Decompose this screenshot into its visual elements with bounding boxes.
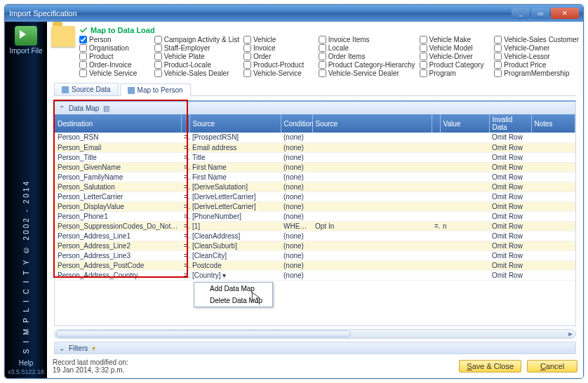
- checkbox-input[interactable]: [494, 69, 502, 77]
- cell[interactable]: [440, 270, 489, 280]
- cell[interactable]: Omit Row: [489, 231, 531, 241]
- cell[interactable]: Person_Address_Line1: [55, 231, 181, 241]
- cell[interactable]: Omit Row: [489, 162, 531, 172]
- datatype-checkbox-organisation[interactable]: Organisation: [79, 44, 150, 52]
- panel-collapse-icon[interactable]: ⌃: [59, 105, 65, 112]
- cell[interactable]: [531, 152, 575, 162]
- cell[interactable]: [440, 182, 489, 192]
- cell[interactable]: Person_LetterCarrier: [55, 192, 181, 201]
- datatype-checkbox-staff-employer[interactable]: Staff-Employer: [154, 44, 239, 52]
- cell[interactable]: [440, 241, 489, 250]
- cell[interactable]: (none): [281, 241, 312, 250]
- datatype-checkbox-product-price[interactable]: Product Price: [494, 61, 579, 69]
- cell[interactable]: Person_RSN: [55, 133, 181, 142]
- col-source[interactable]: Source: [189, 114, 281, 133]
- datatype-checkbox-vehicle-sales-dealer[interactable]: Vehicle-Sales Dealer: [154, 69, 239, 77]
- col-value[interactable]: Value: [440, 114, 489, 133]
- datatype-checkbox-vehicle-plate[interactable]: Vehicle Plate: [154, 53, 239, 60]
- col-op5[interactable]: [432, 114, 440, 133]
- window-close-button[interactable]: ✕: [551, 8, 579, 19]
- col-condition[interactable]: Condition: [281, 114, 312, 133]
- datatype-checkbox-campaign-activity-list[interactable]: Campaign Activity & List: [154, 36, 239, 43]
- cell[interactable]: Omit Row: [489, 211, 531, 221]
- table-row[interactable]: Person_GivenName=First Name(none)Omit Ro…: [55, 162, 575, 172]
- cell[interactable]: [531, 241, 575, 250]
- cell[interactable]: [312, 142, 432, 152]
- cell[interactable]: Person_SuppressionCodes_Do_Not_Contact: [55, 221, 181, 231]
- table-row[interactable]: Person_Address_Line2=[CleanSuburb](none)…: [55, 241, 575, 250]
- table-row[interactable]: Person_Address_Country=[Country] ▾(none)…: [55, 270, 575, 280]
- table-row[interactable]: Person_Salutation=[DeriveSalutation](non…: [55, 182, 575, 192]
- cell[interactable]: Email address: [189, 142, 281, 152]
- cell[interactable]: [CleanAddress]: [189, 231, 281, 241]
- checkbox-input[interactable]: [154, 44, 162, 52]
- cell[interactable]: [312, 260, 432, 270]
- checkbox-input[interactable]: [494, 44, 502, 52]
- datatype-checkbox-vehicle-lessor[interactable]: Vehicle-Lessor: [494, 53, 579, 60]
- datatype-checkbox-program[interactable]: Program: [420, 69, 490, 77]
- checkbox-input[interactable]: [154, 69, 162, 77]
- cell[interactable]: [432, 182, 440, 192]
- cell[interactable]: (none): [281, 260, 312, 270]
- checkbox-input[interactable]: [79, 69, 87, 77]
- cell[interactable]: [312, 241, 432, 250]
- window-maximize-button[interactable]: ▭: [531, 8, 549, 19]
- col-destination[interactable]: Destination: [55, 114, 181, 133]
- cell[interactable]: [531, 133, 575, 142]
- table-row[interactable]: Person_RSN=[ProspectRSN](none)Omit Row: [55, 133, 575, 142]
- checkbox-input[interactable]: [420, 36, 427, 43]
- cell[interactable]: Title: [189, 152, 281, 162]
- cell[interactable]: [440, 260, 489, 270]
- datatype-checkbox-vehicle-sales-customer[interactable]: Vehicle-Sales Customer: [494, 36, 579, 43]
- checkbox-input[interactable]: [420, 69, 427, 77]
- cell[interactable]: [531, 182, 575, 192]
- table-row[interactable]: Person_Email=Email address(none)Omit Row: [55, 142, 575, 152]
- cell[interactable]: Omit Row: [489, 241, 531, 250]
- cell[interactable]: (none): [281, 133, 312, 142]
- col-notes[interactable]: Notes: [531, 114, 575, 133]
- col-invalid-data[interactable]: Invalid Data: [489, 114, 531, 133]
- cell[interactable]: [312, 133, 432, 142]
- cell[interactable]: [531, 250, 575, 260]
- cell[interactable]: Omit Row: [489, 201, 531, 211]
- filters-bar[interactable]: ⌄ Filters ▾: [54, 342, 576, 354]
- cell[interactable]: =: [181, 152, 189, 162]
- cell[interactable]: Person_Address_PostCode: [55, 260, 181, 270]
- cell[interactable]: Omit Row: [489, 260, 531, 270]
- checkbox-input[interactable]: [243, 44, 251, 52]
- datatype-checkbox-vehicle-service[interactable]: Vehicle Service: [79, 69, 150, 77]
- checkbox-input[interactable]: [79, 61, 87, 69]
- filters-expand-icon[interactable]: ⌄: [59, 344, 65, 352]
- checkbox-input[interactable]: [243, 53, 251, 60]
- cell[interactable]: Omit Row: [489, 133, 531, 142]
- cell[interactable]: [ProspectRSN]: [189, 133, 281, 142]
- cell[interactable]: [440, 133, 489, 142]
- cell[interactable]: Omit Row: [489, 221, 531, 231]
- cell[interactable]: (none): [281, 250, 312, 260]
- cell[interactable]: [312, 231, 432, 241]
- checkbox-input[interactable]: [319, 44, 326, 52]
- cell[interactable]: (none): [281, 231, 312, 241]
- cell[interactable]: =: [181, 221, 189, 231]
- cell[interactable]: [312, 270, 432, 280]
- cell[interactable]: [440, 231, 489, 241]
- cell[interactable]: Person_FamilyName: [55, 172, 181, 182]
- cell[interactable]: Person_Salutation: [55, 182, 181, 192]
- checkbox-input[interactable]: [420, 44, 427, 52]
- datatype-checkbox-vehicle-make[interactable]: Vehicle Make: [420, 36, 490, 43]
- datatype-checkbox-invoice-items[interactable]: Invoice Items: [319, 36, 415, 43]
- import-file-button[interactable]: Import File: [9, 26, 43, 55]
- cell[interactable]: (none): [281, 142, 312, 152]
- cell[interactable]: =: [181, 270, 189, 280]
- datatype-checkbox-product-product[interactable]: Product-Product: [243, 61, 314, 69]
- cell[interactable]: (none): [281, 182, 312, 192]
- cell[interactable]: (none): [281, 192, 312, 201]
- datatype-checkbox-locale[interactable]: Locale: [319, 44, 415, 52]
- cell[interactable]: [531, 270, 575, 280]
- cell[interactable]: Person_Email: [55, 142, 181, 152]
- scroll-right-icon[interactable]: ►: [566, 330, 575, 338]
- checkbox-input[interactable]: [79, 44, 87, 52]
- window-minimize-button[interactable]: ＿: [512, 8, 530, 19]
- cell[interactable]: =: [181, 211, 189, 221]
- cell[interactable]: First Name: [189, 162, 281, 172]
